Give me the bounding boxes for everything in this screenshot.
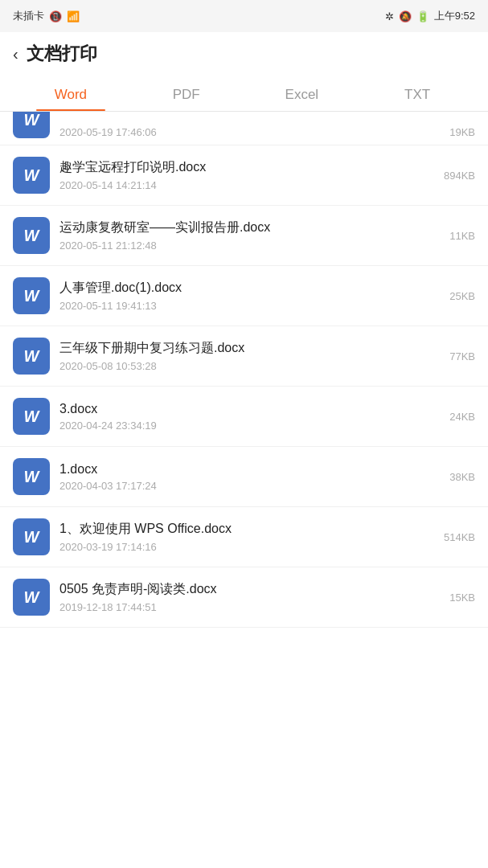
page-title: 文档打印 [27, 42, 97, 66]
header: ‹ 文档打印 [0, 32, 488, 76]
tab-pdf[interactable]: PDF [129, 76, 244, 111]
file-date: 2020-03-19 17:14:16 [59, 541, 437, 553]
tab-word[interactable]: Word [13, 76, 129, 111]
file-size: 514KB [444, 531, 475, 543]
word-file-icon: W [13, 217, 50, 254]
wifi-icon: 📶 [67, 10, 80, 23]
file-list: W 2020-05-19 17:46:06 19KB W 趣学宝远程打印说明.d… [0, 112, 488, 628]
list-item[interactable]: W 1.docx 2020-04-03 17:17:24 38KB [0, 447, 488, 507]
file-size: 25KB [449, 290, 475, 302]
file-date: 2020-05-11 21:12:48 [59, 240, 443, 252]
status-right: ✲ 🔕 🔋 上午9:52 [385, 9, 475, 23]
list-item[interactable]: W 运动康复教研室——实训报告册.docx 2020-05-11 21:12:4… [0, 206, 488, 266]
file-name: 人事管理.doc(1).docx [59, 280, 443, 297]
battery-icon: 🔋 [416, 10, 429, 23]
back-button[interactable]: ‹ [13, 45, 18, 63]
file-name: 三年级下册期中复习练习题.docx [59, 340, 443, 357]
time-label: 上午9:52 [434, 9, 475, 23]
word-file-icon: W [13, 112, 50, 138]
file-size: 11KB [449, 230, 475, 242]
file-size: 15KB [449, 592, 475, 604]
file-size: 38KB [449, 471, 475, 483]
file-size: 894KB [444, 170, 475, 182]
sim-icon: 📵 [49, 10, 62, 23]
tab-txt[interactable]: TXT [359, 76, 475, 111]
file-name: 1、欢迎使用 WPS Office.docx [59, 521, 437, 538]
list-item[interactable]: W 人事管理.doc(1).docx 2020-05-11 19:41:13 2… [0, 266, 488, 326]
file-name: 0505 免责声明-阅读类.docx [59, 581, 443, 598]
word-file-icon: W [13, 157, 50, 194]
bluetooth-icon: ✲ [385, 10, 394, 23]
file-date: 2020-05-19 17:46:06 [59, 126, 443, 138]
status-bar: 未插卡 📵 📶 ✲ 🔕 🔋 上午9:52 [0, 0, 488, 32]
file-date: 2020-05-08 10:53:28 [59, 360, 443, 372]
tab-excel[interactable]: Excel [244, 76, 360, 111]
word-file-icon: W [13, 277, 50, 314]
list-item[interactable]: W 2020-05-19 17:46:06 19KB [0, 112, 488, 145]
word-file-icon: W [13, 338, 50, 375]
file-name: 运动康复教研室——实训报告册.docx [59, 219, 443, 236]
file-date: 2020-05-11 19:41:13 [59, 300, 443, 312]
list-item[interactable]: W 三年级下册期中复习练习题.docx 2020-05-08 10:53:28 … [0, 326, 488, 387]
file-size: 24KB [449, 411, 475, 423]
sim-label: 未插卡 [13, 9, 44, 23]
mute-icon: 🔕 [399, 10, 412, 23]
file-name: 3.docx [59, 402, 443, 416]
file-date: 2019-12-18 17:44:51 [59, 601, 443, 613]
file-size: 77KB [449, 350, 475, 362]
word-file-icon: W [13, 458, 50, 495]
word-file-icon: W [13, 398, 50, 435]
file-date: 2020-05-14 14:21:14 [59, 179, 437, 191]
list-item[interactable]: W 趣学宝远程打印说明.docx 2020-05-14 14:21:14 894… [0, 145, 488, 206]
tab-bar: Word PDF Excel TXT [0, 76, 488, 112]
list-item[interactable]: W 1、欢迎使用 WPS Office.docx 2020-03-19 17:1… [0, 507, 488, 567]
file-date: 2020-04-03 17:17:24 [59, 480, 443, 492]
file-date: 2020-04-24 23:34:19 [59, 420, 443, 432]
status-left: 未插卡 📵 📶 [13, 9, 80, 23]
file-name: 1.docx [59, 462, 443, 477]
word-file-icon: W [13, 579, 50, 616]
word-file-icon: W [13, 518, 50, 555]
list-item[interactable]: W 3.docx 2020-04-24 23:34:19 24KB [0, 387, 488, 447]
file-size: 19KB [449, 126, 475, 138]
list-item[interactable]: W 0505 免责声明-阅读类.docx 2019-12-18 17:44:51… [0, 567, 488, 628]
file-name: 趣学宝远程打印说明.docx [59, 159, 437, 176]
